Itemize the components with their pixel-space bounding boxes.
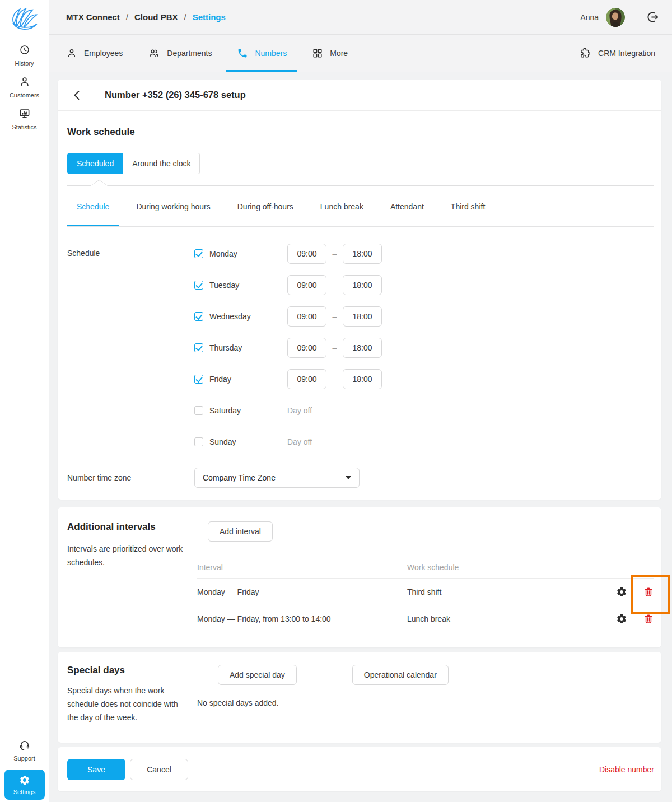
schedule-mode-toggle: Scheduled Around the clock — [67, 153, 200, 174]
logo-icon — [10, 7, 39, 32]
departments-icon — [148, 48, 160, 59]
day-checkbox[interactable] — [194, 406, 203, 415]
tab-label: Numbers — [255, 49, 287, 58]
tab-more[interactable]: More — [301, 35, 358, 72]
interval-delete-button[interactable] — [643, 613, 654, 624]
app-root: History Customers Statistics — [0, 0, 672, 802]
time-separator: – — [326, 343, 343, 352]
operational-calendar-button[interactable]: Operational calendar — [352, 665, 449, 685]
interval-delete-button[interactable] — [643, 586, 654, 598]
day-label: Monday — [209, 249, 287, 258]
end-time-input[interactable]: 18:00 — [343, 244, 382, 264]
end-time-input[interactable]: 18:00 — [343, 369, 382, 389]
end-time-input[interactable]: 18:00 — [343, 338, 382, 358]
time-range: 09:00 – 18:00 — [287, 306, 382, 327]
schedule-day-row: Friday 09:00 – 18:00 — [194, 369, 654, 389]
page-title: Number +352 (26) 345-678 setup — [96, 80, 246, 110]
end-time-input[interactable]: 18:00 — [343, 306, 382, 327]
additional-intervals-heading: Additional intervals — [67, 521, 197, 533]
subtab-during-working-hours[interactable]: During working hours — [127, 186, 220, 226]
statistics-icon — [18, 108, 31, 120]
sidebar-item-statistics[interactable]: Statistics — [3, 108, 46, 130]
interval-settings-button[interactable] — [616, 613, 627, 624]
sidebar-item-history[interactable]: History — [3, 44, 46, 67]
tab-label: CRM Integration — [598, 49, 655, 58]
subtab-lunch-break[interactable]: Lunch break — [311, 186, 373, 226]
day-checkbox[interactable] — [194, 281, 203, 290]
sidebar-item-customers[interactable]: Customers — [3, 76, 46, 99]
special-days-card: Special days Special days when the work … — [58, 652, 661, 743]
sidebar-item-label: Support — [13, 755, 35, 762]
breadcrumb-product[interactable]: Cloud PBX — [134, 12, 178, 22]
back-button[interactable] — [58, 80, 96, 110]
start-time-input[interactable]: 09:00 — [287, 306, 326, 327]
tab-departments[interactable]: Departments — [137, 35, 222, 72]
day-label: Friday — [209, 375, 287, 384]
timezone-label: Number time zone — [67, 473, 194, 482]
app-logo[interactable] — [10, 4, 39, 35]
interval-settings-button[interactable] — [616, 586, 627, 598]
breadcrumb: MTX Connect / Cloud PBX / Settings — [66, 12, 226, 22]
subtab-schedule[interactable]: Schedule — [67, 186, 119, 226]
cancel-button[interactable]: Cancel — [130, 759, 188, 780]
tab-crm-integration[interactable]: CRM Integration — [568, 35, 655, 72]
gear-icon — [616, 613, 627, 624]
timezone-value: Company Time Zone — [203, 473, 276, 482]
end-time-input[interactable]: 18:00 — [343, 275, 382, 295]
mode-around-clock-button[interactable]: Around the clock — [123, 153, 200, 174]
number-setup-card: Number +352 (26) 345-678 setup Work sche… — [58, 80, 661, 500]
schedule-day-row: Tuesday 09:00 – 18:00 — [194, 275, 654, 295]
person-icon — [18, 76, 31, 88]
avatar[interactable] — [606, 8, 625, 27]
sidebar-item-settings[interactable]: Settings — [4, 770, 45, 800]
breadcrumb-company[interactable]: MTX Connect — [66, 12, 120, 22]
day-checkbox[interactable] — [194, 249, 203, 258]
timezone-select[interactable]: Company Time Zone — [194, 468, 360, 488]
breadcrumb-settings[interactable]: Settings — [193, 12, 226, 22]
schedule-day-row: Saturday – Day off — [194, 400, 654, 421]
day-checkbox[interactable] — [194, 343, 203, 352]
subtab-attendant[interactable]: Attendant — [381, 186, 433, 226]
save-button[interactable]: Save — [67, 759, 125, 780]
logout-button[interactable] — [633, 0, 672, 34]
content: Number +352 (26) 345-678 setup Work sche… — [49, 72, 672, 802]
time-separator: – — [326, 375, 343, 384]
subtab-during-off-hours[interactable]: During off-hours — [228, 186, 303, 226]
breadcrumb-separator: / — [184, 12, 186, 22]
day-checkbox[interactable] — [194, 375, 203, 384]
disable-number-link[interactable]: Disable number — [599, 765, 654, 774]
day-label: Wednesday — [209, 312, 287, 321]
day-checkbox[interactable] — [194, 312, 203, 321]
special-days-left-col: Special days Special days when the work … — [67, 665, 197, 743]
start-time-input[interactable]: 09:00 — [287, 369, 326, 389]
day-rows: Monday 09:00 – 18:00 Tuesday — [194, 244, 654, 452]
add-interval-button[interactable]: Add interval — [208, 521, 273, 542]
sidebar-bottom: Support Settings — [0, 730, 49, 802]
subtab-third-shift[interactable]: Third shift — [441, 186, 494, 226]
intervals-table-header: Interval Work schedule — [197, 556, 654, 579]
intervals-left-col: Additional intervals Intervals are prior… — [67, 521, 197, 647]
interval-actions — [600, 586, 654, 598]
add-special-day-button[interactable]: Add special day — [218, 665, 297, 685]
start-time-input[interactable]: 09:00 — [287, 338, 326, 358]
interval-value: Monday — Friday — [197, 587, 407, 596]
interval-row: Monday — Friday Third shift — [197, 579, 654, 605]
day-checkbox[interactable] — [194, 437, 203, 446]
employee-icon — [66, 48, 77, 59]
no-special-days-text: No special days added. — [197, 698, 654, 707]
topbar: MTX Connect / Cloud PBX / Settings Anna — [49, 0, 672, 35]
tab-employees[interactable]: Employees — [55, 35, 133, 72]
intervals-right-col: Add interval Interval Work schedule Mond… — [197, 521, 654, 647]
breadcrumb-separator: / — [126, 12, 128, 22]
trash-icon — [643, 613, 654, 624]
start-time-input[interactable]: 09:00 — [287, 244, 326, 264]
day-label: Tuesday — [209, 281, 287, 290]
work-schedule-heading: Work schedule — [67, 111, 654, 138]
start-time-input[interactable]: 09:00 — [287, 275, 326, 295]
interval-schedule-value: Lunch break — [407, 614, 600, 623]
phone-icon — [237, 48, 248, 59]
tab-numbers[interactable]: Numbers — [226, 35, 297, 72]
mode-scheduled-button[interactable]: Scheduled — [67, 153, 123, 174]
time-separator: – — [326, 249, 343, 258]
sidebar-item-support[interactable]: Support — [3, 739, 46, 762]
